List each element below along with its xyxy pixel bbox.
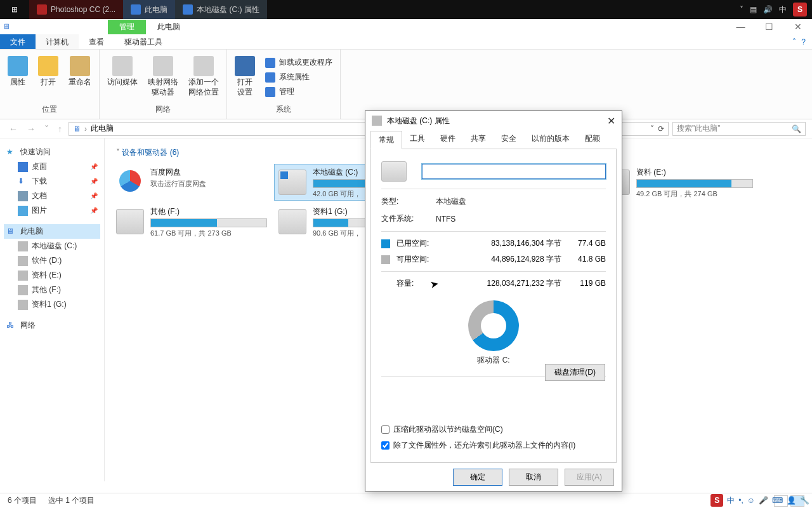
dialog-titlebar[interactable]: 本地磁盘 (C:) 属性 ✕ <box>365 111 622 130</box>
drive-label-input[interactable] <box>422 164 606 179</box>
tree-desktop[interactable]: 桌面📌 <box>15 159 100 174</box>
window-icon: 🖥 <box>0 22 13 31</box>
media-icon <box>112 56 133 76</box>
tree-drive-c[interactable]: 本地磁盘 (C:) <box>15 239 100 253</box>
pc-icon: 🖥 <box>73 124 81 133</box>
tree-drive-e[interactable]: 资料 (E:) <box>15 268 100 283</box>
ribbon-open-settings[interactable]: 打开 设置 <box>232 55 258 103</box>
ribbon-uninstall[interactable]: 卸载或更改程序 <box>263 56 335 69</box>
ribbon-context-tab[interactable]: 管理 <box>108 20 146 34</box>
status-selection: 选中 1 个项目 <box>48 495 95 506</box>
pin-icon: 📌 <box>90 163 98 170</box>
tree-network[interactable]: 🖧网络 <box>4 318 100 333</box>
tray-chevron-icon[interactable]: ˅ <box>740 5 743 14</box>
ribbon-group-label: 位置 <box>5 103 94 116</box>
compress-checkbox[interactable]: 压缩此驱动器以节约磁盘空间(C) <box>381 422 606 438</box>
properties-icon <box>8 56 28 76</box>
pin-icon: 📌 <box>90 192 98 199</box>
maximize-button[interactable]: ☐ <box>755 22 783 32</box>
tree-drive-g[interactable]: 资料1 (G:) <box>15 297 100 312</box>
disk-cleanup-button[interactable]: 磁盘清理(D) <box>545 364 605 381</box>
minimize-button[interactable]: — <box>726 22 755 32</box>
nav-tree: ★快速访问 桌面📌 ⬇下载📌 文档📌 图片📌 🖥此电脑 本地磁盘 (C:) 软件… <box>0 138 105 481</box>
tree-drive-f[interactable]: 其他 (F:) <box>15 283 100 297</box>
ime-mic-icon[interactable]: 🎤 <box>759 496 768 505</box>
tab-sharing[interactable]: 共享 <box>463 130 494 149</box>
tab-general[interactable]: 常规 <box>370 131 402 149</box>
tree-quick-access[interactable]: ★快速访问 <box>4 145 100 159</box>
used-space-row: 已用空间:83,138,146,304 字节77.4 GB <box>381 236 606 251</box>
drive-icon <box>18 241 28 251</box>
taskbar-app-thispc[interactable]: 此电脑 <box>123 0 175 19</box>
ime-emoji-icon[interactable]: ☺ <box>747 496 755 505</box>
nav-forward-button[interactable]: → <box>24 124 38 134</box>
taskbar-app-photoshop[interactable]: Photoshop CC (2... <box>29 0 123 19</box>
tab-hardware[interactable]: 硬件 <box>433 130 463 149</box>
drive-icon <box>18 256 28 266</box>
open-icon <box>38 56 58 76</box>
drive-item-baidu[interactable]: 百度网盘双击运行百度网盘 <box>112 164 271 200</box>
ribbon-media[interactable]: 访问媒体 <box>105 55 140 103</box>
taskbar-app-properties[interactable]: 本地磁盘 (C:) 属性 <box>175 0 267 19</box>
ime-toolbar[interactable]: S 中•, ☺ 🎤 ⌨ 👤 🔧 <box>710 494 809 507</box>
ribbon-open[interactable]: 打开 <box>36 55 61 103</box>
tree-downloads[interactable]: ⬇下载📌 <box>15 174 100 189</box>
tab-security[interactable]: 安全 <box>494 130 524 149</box>
tab-tools[interactable]: 工具 <box>402 130 433 149</box>
help-icon[interactable]: ? <box>801 37 806 46</box>
drive-large-icon <box>381 161 407 182</box>
star-icon: ★ <box>6 147 16 157</box>
sogou-icon[interactable]: S <box>710 494 723 507</box>
ribbon-map-drive[interactable]: 映射网络 驱动器 <box>145 55 181 103</box>
ribbon-collapse-icon[interactable]: ˄ <box>792 37 796 46</box>
tray-ime-indicator[interactable]: 中 <box>779 4 787 15</box>
ribbon-tab-computer[interactable]: 计算机 <box>36 34 79 49</box>
ribbon-manage[interactable]: 管理 <box>263 85 335 98</box>
add-location-icon <box>193 56 214 76</box>
close-button[interactable]: ✕ <box>783 22 812 32</box>
tree-documents[interactable]: 文档📌 <box>15 189 100 203</box>
tree-pictures[interactable]: 图片📌 <box>15 203 100 218</box>
tray-network-icon[interactable]: ▤ <box>750 5 757 14</box>
ribbon-properties[interactable]: 属性 <box>5 55 30 103</box>
apply-button[interactable]: 应用(A) <box>565 469 614 486</box>
baidu-icon <box>116 167 144 195</box>
nav-back-button[interactable]: ← <box>6 124 20 134</box>
ribbon-tab-drivetools[interactable]: 驱动器工具 <box>114 34 173 49</box>
start-button[interactable]: ⊞ <box>0 0 29 19</box>
tab-previous[interactable]: 以前的版本 <box>524 130 577 149</box>
ribbon: 属性 打开 重命名 位置 访问媒体 映射网络 驱动器 添加一个 网络位置 网络 … <box>0 50 812 119</box>
ribbon-tab-view[interactable]: 查看 <box>79 34 114 49</box>
tree-this-pc[interactable]: 🖥此电脑 <box>4 224 100 239</box>
tree-drive-d[interactable]: 软件 (D:) <box>15 253 100 268</box>
ribbon-group-label: 系统 <box>232 103 335 116</box>
desktop-icon <box>18 162 28 172</box>
ime-keyboard-icon[interactable]: ⌨ <box>772 496 783 505</box>
ribbon-add-location[interactable]: 添加一个 网络位置 <box>186 55 221 103</box>
search-icon: 🔍 <box>792 124 801 133</box>
address-dropdown-icon[interactable]: ˅ <box>650 124 654 133</box>
index-checkbox[interactable]: 除了文件属性外，还允许索引此驱动器上文件的内容(I) <box>381 438 606 453</box>
ribbon-sys-properties[interactable]: 系统属性 <box>263 70 335 84</box>
breadcrumb[interactable]: 此电脑 <box>91 123 114 134</box>
taskbar-app-label: Photoshop CC (2... <box>51 5 115 14</box>
drive-item-f[interactable]: 其他 (F:)61.7 GB 可用，共 273 GB <box>112 204 271 239</box>
search-input[interactable]: 搜索"此电脑" 🔍 <box>672 122 806 136</box>
usage-pie-chart <box>468 300 519 351</box>
nav-recent-button[interactable]: ˅ <box>42 124 51 134</box>
nav-up-button[interactable]: ↑ <box>55 124 65 134</box>
ime-person-icon[interactable]: 👤 <box>787 496 796 505</box>
tray-sogou-icon[interactable]: S <box>793 3 807 17</box>
status-bar: 6 个项目 选中 1 个项目 <box>0 493 812 508</box>
cancel-button[interactable]: 取消 <box>509 469 558 486</box>
window-title: 此电脑 <box>146 20 192 34</box>
tab-quota[interactable]: 配额 <box>577 130 608 149</box>
ribbon-rename[interactable]: 重命名 <box>66 55 94 103</box>
dialog-close-button[interactable]: ✕ <box>607 115 615 127</box>
ime-lang-icon[interactable]: 中 <box>727 495 735 506</box>
tray-volume-icon[interactable]: 🔊 <box>763 5 773 14</box>
ime-tools-icon[interactable]: 🔧 <box>800 496 809 505</box>
ok-button[interactable]: 确定 <box>453 469 502 486</box>
refresh-icon[interactable]: ⟳ <box>658 124 664 133</box>
ribbon-tab-file[interactable]: 文件 <box>0 34 36 49</box>
